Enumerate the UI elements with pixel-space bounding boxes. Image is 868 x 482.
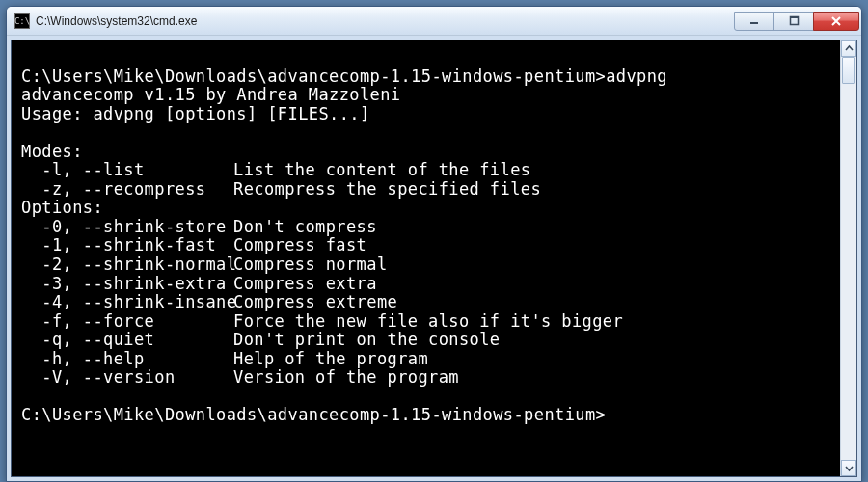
option-desc: Compress normal <box>233 254 388 274</box>
minimize-icon <box>749 15 760 26</box>
option-flag: -V, --version <box>21 368 233 388</box>
mode-desc: List the content of the files <box>233 160 530 179</box>
option-flag: -h, --help <box>21 350 233 369</box>
option-flag: -1, --shrink-fast <box>21 236 233 255</box>
svg-rect-0 <box>750 22 758 24</box>
option-flag: -0, --shrink-store <box>21 218 233 237</box>
modes-header: Modes: <box>21 143 836 162</box>
client-area: C:\Users\Mike\Downloads\advancecomp-1.15… <box>7 36 861 481</box>
prompt-line: C:\Users\Mike\Downloads\advancecomp-1.15… <box>21 67 836 87</box>
option-desc: Help of the program <box>233 349 428 368</box>
mode-row: -l, --listList the content of the files <box>21 161 836 180</box>
banner-line: advancecomp v1.15 by Andrea Mazzoleni <box>21 86 836 105</box>
option-desc: Compress extra <box>233 274 377 293</box>
option-flag: -2, --shrink-normal <box>21 255 233 275</box>
option-desc: Force the new file also if it's bigger <box>233 311 623 331</box>
mode-desc: Recompress the specified files <box>233 179 541 199</box>
scroll-down-button[interactable] <box>841 460 856 476</box>
option-flag: -4, --shrink-insane <box>21 293 233 312</box>
option-row: -h, --helpHelp of the program <box>21 350 836 369</box>
close-icon <box>830 15 842 27</box>
window-title: C:\Windows\system32\cmd.exe <box>36 14 735 28</box>
option-row: -3, --shrink-extraCompress extra <box>21 275 836 294</box>
mode-flag: -z, --recompress <box>21 180 233 200</box>
scrollbar-track[interactable] <box>841 57 856 460</box>
chevron-up-icon <box>845 44 854 53</box>
option-desc: Don't compress <box>233 217 377 236</box>
option-desc: Don't print on the console <box>233 330 501 349</box>
option-desc: Compress extreme <box>233 292 397 311</box>
maximize-button[interactable] <box>773 12 814 31</box>
vertical-scrollbar[interactable] <box>840 40 856 476</box>
close-button[interactable] <box>813 12 859 31</box>
usage-line: Usage: advpng [options] [FILES...] <box>21 105 836 124</box>
option-row: -2, --shrink-normalCompress normal <box>21 255 836 275</box>
window-controls <box>735 12 859 31</box>
option-row: -q, --quietDon't print on the console <box>21 331 836 350</box>
cmd-window: C:\ C:\Windows\system32\cmd.exe C:\Users… <box>6 6 862 482</box>
option-row: -0, --shrink-storeDon't compress <box>21 218 836 237</box>
option-flag: -q, --quiet <box>21 331 233 350</box>
prompt-text: C:\Users\Mike\Downloads\advancecomp-1.15… <box>21 405 606 424</box>
option-flag: -3, --shrink-extra <box>21 275 233 294</box>
option-row: -V, --versionVersion of the program <box>21 368 836 388</box>
scrollbar-thumb[interactable] <box>842 57 855 84</box>
option-desc: Compress fast <box>233 235 366 254</box>
console-output[interactable]: C:\Users\Mike\Downloads\advancecomp-1.15… <box>12 40 840 476</box>
option-row: -1, --shrink-fastCompress fast <box>21 236 836 255</box>
chevron-down-icon <box>845 464 854 472</box>
titlebar[interactable]: C:\ C:\Windows\system32\cmd.exe <box>7 7 861 36</box>
scroll-up-button[interactable] <box>841 40 856 57</box>
option-desc: Version of the program <box>233 367 459 387</box>
mode-flag: -l, --list <box>21 161 233 180</box>
blank-line <box>21 388 836 407</box>
option-row: -4, --shrink-insaneCompress extreme <box>21 293 836 312</box>
option-row: -f, --forceForce the new file also if it… <box>21 312 836 332</box>
svg-rect-2 <box>790 16 799 18</box>
option-flag: -f, --force <box>21 312 233 332</box>
minimize-button[interactable] <box>734 12 774 31</box>
blank-line <box>21 123 836 143</box>
options-header: Options: <box>21 199 836 218</box>
cmd-app-icon: C:\ <box>14 13 30 29</box>
prompt-line: C:\Users\Mike\Downloads\advancecomp-1.15… <box>21 406 836 425</box>
console-frame: C:\Users\Mike\Downloads\advancecomp-1.15… <box>11 40 857 477</box>
mode-row: -z, --recompressRecompress the specified… <box>21 180 836 200</box>
maximize-icon <box>789 15 800 26</box>
